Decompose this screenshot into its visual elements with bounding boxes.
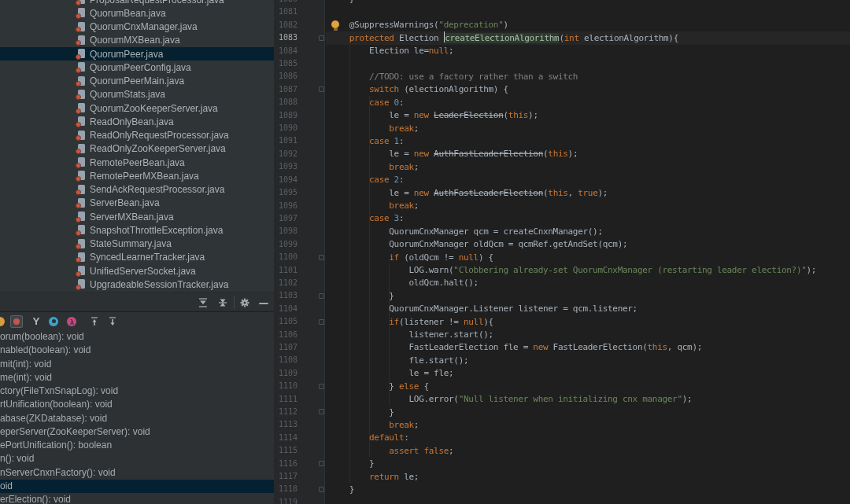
code-line[interactable]: } [330,458,817,470]
structure-item[interactable]: erElection(): void [0,493,274,504]
code-line[interactable]: assert false; [330,445,817,458]
tree-item[interactable]: RemotePeerBean.java [0,156,274,169]
fold-marker-icon[interactable] [319,384,324,389]
code-line[interactable] [330,496,817,504]
structure-item[interactable]: oid [0,480,274,493]
code-line[interactable]: LOG.warn("Clobbering already-set QuorumC… [330,264,817,277]
code-line[interactable]: //TODO: use a factory rather than a swit… [330,71,817,83]
code-line[interactable]: break; [330,200,817,212]
code-line[interactable]: le = new LeaderElection(this); [330,109,817,122]
code-line[interactable]: le = new AuthFastLeaderElection(this, tr… [330,187,817,200]
move-up-icon[interactable] [89,316,100,327]
tree-item[interactable]: SnapshotThrottleException.java [0,223,274,237]
code-line[interactable]: } [330,484,817,496]
code-line[interactable]: QuorumCnxManager qcm = createCnxnManager… [330,226,817,238]
structure-item[interactable]: ePortUnification(): boolean [0,439,274,452]
fold-marker-icon[interactable] [319,487,324,492]
code-line[interactable] [330,6,817,18]
tree-item[interactable]: ReadOnlyZooKeeperServer.java [0,142,274,156]
tree-item[interactable]: RemotePeerMXBean.java [0,169,274,182]
fold-marker-icon[interactable] [319,35,324,41]
fold-marker-icon[interactable] [319,86,324,92]
fold-marker-icon[interactable] [319,461,324,466]
hide-panel-icon[interactable] [257,297,270,308]
tree-item[interactable]: QuorumStats.java [0,88,274,101]
tree-item[interactable]: QuorumPeer.java [0,47,274,61]
tree-item[interactable]: UpgradeableSessionTracker.java [0,278,274,291]
code-line[interactable]: listener.start(); [330,329,817,341]
code-line[interactable]: } [330,407,817,419]
code-line[interactable]: le = fle; [330,367,817,380]
structure-item[interactable]: rtUnification(boolean): void [0,398,274,411]
code-line[interactable]: if (oldQcm != null) { [330,252,817,264]
code-line[interactable]: return le; [330,471,817,484]
tree-item[interactable]: SyncedLearnerTracker.java [0,251,274,264]
structure-item[interactable]: eperServer(ZooKeeperServer): void [0,425,274,439]
code-line[interactable]: LOG.error("Null listener when initializi… [330,393,817,406]
show-fields-icon[interactable] [49,317,58,326]
code-line[interactable]: break; [330,161,817,174]
tree-item[interactable]: QuorumCnxManager.java [0,20,274,34]
line-number: 1108 [274,354,298,366]
tree-item[interactable]: StateSummary.java [0,237,274,251]
structure-item[interactable]: mit(int): void [0,358,274,371]
show-lambdas-icon[interactable]: λ [67,317,76,326]
code-line[interactable]: QuorumCnxManager oldQcm = qcmRef.getAndS… [330,238,817,251]
collapse-selection-icon[interactable] [217,297,228,308]
tree-item[interactable]: QuorumPeerMain.java [0,75,274,88]
project-tree-toolbar [0,292,274,311]
tree-item[interactable]: UnifiedServerSocket.java [0,264,274,278]
code-line[interactable]: Election le=null; [330,45,817,57]
code-line[interactable]: fle.start(); [330,355,817,367]
structure-item[interactable]: orum(boolean): void [0,330,274,344]
tree-item[interactable]: QuorumZooKeeperServer.java [0,101,274,115]
tree-item[interactable]: QuorumPeerConfig.java [0,61,274,74]
code-text[interactable]: } @SuppressWarnings("deprecation") prote… [330,0,817,504]
code-line[interactable]: } [330,290,817,303]
structure-item[interactable]: me(int): void [0,371,274,384]
code-line[interactable]: default: [330,432,817,444]
code-line[interactable]: switch (electionAlgorithm) { [330,83,817,96]
tree-item[interactable]: SendAckRequestProcessor.java [0,183,274,197]
visibility-orange-icon[interactable] [0,317,5,326]
code-line[interactable]: QuorumCnxManager.Listener listener = qcm… [330,303,817,315]
tree-item[interactable]: ServerBean.java [0,197,274,210]
structure-item[interactable]: ctory(FileTxnSnapLog): void [0,384,274,398]
code-line[interactable]: break; [330,419,817,432]
tree-item[interactable]: QuorumMXBean.java [0,34,274,47]
sort-by-visibility-icon[interactable] [10,315,23,328]
code-line[interactable]: } [330,0,817,6]
code-line[interactable]: case 1: [330,135,817,148]
code-line[interactable]: } else { [330,381,817,393]
tree-item[interactable]: ProposalRequestProcessor.java [0,0,274,6]
tree-item[interactable]: ServerMXBean.java [0,210,274,223]
move-down-icon[interactable] [107,316,118,327]
filter-icon[interactable]: Y [31,315,41,327]
code-editor[interactable]: 1080108110821083108410851086108710881089… [274,0,850,504]
code-line[interactable]: case 3: [330,212,817,225]
structure-item[interactable]: n(): void [0,452,274,465]
structure-item[interactable]: abase(ZKDatabase): void [0,412,274,425]
code-line[interactable]: le = new AuthFastLeaderElection(this); [330,148,817,160]
structure-item[interactable]: nServerCnxnFactory(): void [0,466,274,480]
settings-gear-icon[interactable] [239,297,250,308]
collapse-all-icon[interactable] [198,297,209,308]
line-number: 1103 [274,289,298,302]
code-line[interactable]: oldQcm.halt(); [330,277,817,289]
code-line[interactable]: case 0: [330,97,817,109]
code-line[interactable]: break; [330,123,817,135]
code-line[interactable]: case 2: [330,174,817,186]
tree-item[interactable]: ReadOnlyBean.java [0,115,274,128]
code-line[interactable]: if(listener != null){ [330,316,817,329]
fold-marker-icon[interactable] [319,293,324,299]
fold-marker-icon[interactable] [319,319,324,325]
code-line[interactable]: @SuppressWarnings("deprecation") [330,19,817,31]
code-line[interactable]: FastLeaderElection fle = new FastLeaderE… [330,341,817,354]
code-line[interactable]: protected Election createElectionAlgorit… [330,31,817,45]
fold-marker-icon[interactable] [319,409,324,414]
structure-item[interactable]: nabled(boolean): void [0,344,274,357]
tree-item[interactable]: ReadOnlyRequestProcessor.java [0,129,274,142]
tree-item[interactable]: QuorumBean.java [0,6,274,20]
code-line[interactable] [330,58,817,71]
fold-marker-icon[interactable] [319,255,324,260]
